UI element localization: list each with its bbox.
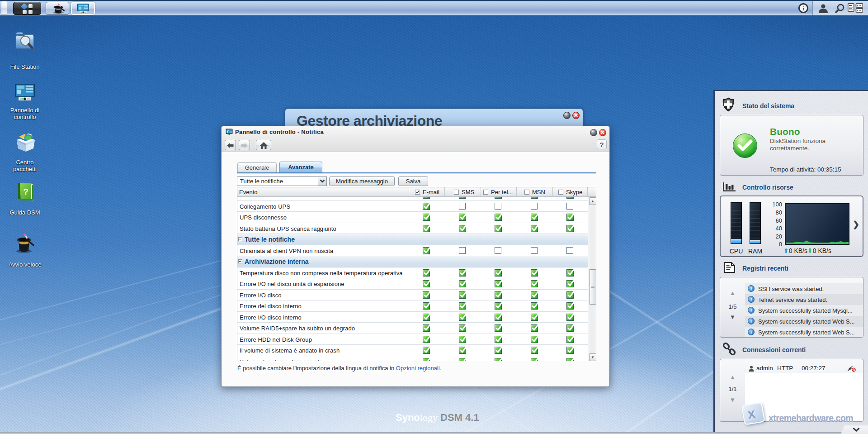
svg-text:?: ? xyxy=(23,187,28,196)
svg-text:i: i xyxy=(802,5,804,12)
